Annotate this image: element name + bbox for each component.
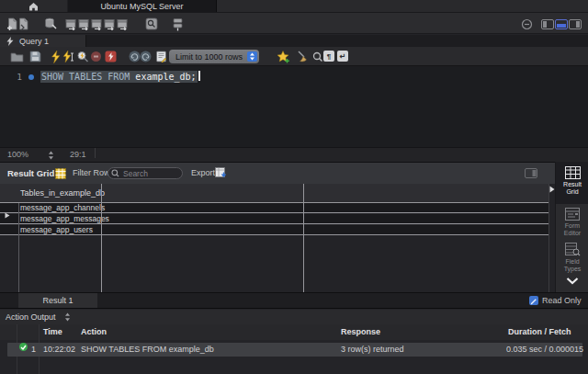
read-only-label: Read Only <box>542 296 582 305</box>
toggle-autocommit-button[interactable] <box>153 50 168 63</box>
left-panel-icon <box>543 21 547 28</box>
export-label: Export: <box>191 163 218 184</box>
caret-position: 29:1 <box>70 148 86 162</box>
sidebar-item-field-types[interactable]: Field Types <box>556 243 588 273</box>
result-tab-label: Result 1 <box>42 296 73 305</box>
open-sql-script-button[interactable] <box>15 16 31 32</box>
row-action: SHOW TABLES FROM example_db <box>81 343 214 357</box>
create-trigger-button[interactable] <box>114 16 130 32</box>
row-response: 3 row(s) returned <box>341 343 404 357</box>
sidebar-item-form-editor[interactable]: Form Editor <box>556 208 588 237</box>
form-editor-icon <box>565 208 580 221</box>
find-magnifier-icon <box>312 51 323 62</box>
result-panel-sidebar: Result Grid Form Editor Field Types <box>555 162 588 292</box>
save-icon <box>29 51 41 62</box>
beautify-query-button[interactable] <box>297 50 311 63</box>
connection-tab-label: Ubuntu MySQL Server <box>100 2 183 11</box>
editor-tab-bar: Query 1 <box>0 35 588 47</box>
limit-rows-dropdown[interactable]: Limit to 1000 rows <box>169 50 259 63</box>
wrap-text-icon: ↵ <box>340 52 346 61</box>
sidebar-label: Result Grid <box>557 181 588 196</box>
editor-zoom-level[interactable]: 100% <box>7 148 28 162</box>
search-input[interactable] <box>121 168 175 179</box>
output-selector-stepper-icon[interactable] <box>64 312 71 322</box>
toggle-right-panel-button[interactable] <box>569 19 582 29</box>
table-row[interactable]: message_app_messages <box>0 214 548 224</box>
connection-status-icon <box>521 18 533 30</box>
result-tab-bar: Result 1 Read Only <box>0 292 588 308</box>
column-divider[interactable] <box>303 184 304 292</box>
open-folder-icon <box>10 51 24 62</box>
tab-query-1[interactable]: Query 1 <box>0 35 86 47</box>
toggle-stop-on-error-button[interactable] <box>103 50 118 63</box>
execute-query-button[interactable] <box>48 50 62 63</box>
dropdown-stepper-icon <box>247 51 257 62</box>
search-icon <box>111 169 119 177</box>
action-output-column-headers: Time Action Response Duration / Fetch Ti… <box>0 324 588 340</box>
tab-result-1[interactable]: Result 1 <box>18 293 97 308</box>
toggle-invisible-chars-button[interactable]: ¶ <box>323 51 334 62</box>
read-only-indicator: Read Only <box>529 296 582 305</box>
grid-icon <box>55 168 66 179</box>
read-only-badge-icon <box>529 296 538 305</box>
sql-statement-line[interactable]: SHOW TABLES FROM example_db; <box>40 71 200 84</box>
rollback-button[interactable] <box>138 50 153 63</box>
chevron-down-icon <box>566 278 579 285</box>
create-trigger-icon <box>117 18 129 30</box>
toggle-word-wrap-button[interactable]: ↵ <box>337 51 348 62</box>
sql-editor[interactable]: 1 SHOW TABLES FROM example_db; <box>0 66 588 147</box>
result-grid-toolbar: Result Grid Filter Rows: Export: <box>0 162 555 184</box>
line-number: 1 <box>9 72 22 82</box>
panel-icon <box>525 168 537 178</box>
action-output-row[interactable]: 1 10:22:02 SHOW TABLES FROM example_db 3… <box>7 343 582 357</box>
rollback-icon <box>140 51 152 62</box>
create-schema-button[interactable] <box>42 16 59 32</box>
save-script-button[interactable] <box>28 50 42 63</box>
status-divider <box>95 148 96 158</box>
create-schema-icon <box>44 17 57 30</box>
server-status-button[interactable] <box>169 16 186 32</box>
row-index: 1 <box>31 343 36 357</box>
table-row[interactable]: message_app_channels <box>0 203 548 213</box>
statement-marker-icon <box>28 74 34 80</box>
column-response: Response <box>341 324 380 340</box>
bottom-panel-icon <box>557 24 566 28</box>
grid-edge <box>548 184 549 292</box>
connection-tab[interactable]: Ubuntu MySQL Server <box>68 0 217 12</box>
home-tab[interactable] <box>0 0 68 12</box>
action-output-header: Action Output <box>0 310 588 324</box>
column-divider[interactable] <box>101 184 102 292</box>
sql-identifier: example_db; <box>135 72 196 82</box>
stop-icon <box>90 51 102 62</box>
execute-current-icon <box>62 51 75 63</box>
execute-lightning-icon <box>51 51 61 63</box>
sql-editor-toolbar: Limit to 1000 rows ¶ ↵ <box>0 47 588 66</box>
stop-query-button[interactable] <box>88 50 103 63</box>
star-plus-icon <box>277 51 290 63</box>
export-button[interactable] <box>215 167 227 179</box>
execute-current-statement-button[interactable] <box>62 50 76 63</box>
toggle-result-panel-button[interactable] <box>525 168 537 178</box>
sidebar-collapse-button[interactable] <box>556 278 588 285</box>
pilcrow-icon: ¶ <box>327 52 331 61</box>
limit-rows-value: Limit to 1000 rows <box>175 52 243 62</box>
result-grid: Tables_in_example_db message_app_channel… <box>0 184 555 292</box>
panel-collapse-arrow-icon[interactable] <box>549 186 555 193</box>
window-tab-bar: Ubuntu MySQL Server <box>0 0 588 13</box>
gutter-divider <box>18 203 19 292</box>
server-status-icon <box>172 17 184 31</box>
sidebar-item-result-grid[interactable]: Result Grid <box>556 166 588 196</box>
editor-status-bar: 100% 29:1 <box>0 147 588 162</box>
toggle-bottom-panel-button[interactable] <box>555 19 568 29</box>
table-row[interactable]: message_app_users <box>0 225 548 235</box>
zoom-stepper-icon[interactable] <box>48 151 54 160</box>
filter-search-field[interactable] <box>107 167 183 179</box>
search-table-data-button[interactable] <box>143 16 160 32</box>
open-script-button[interactable] <box>9 50 24 63</box>
toggle-left-panel-button[interactable] <box>541 19 554 29</box>
column-header-tables[interactable]: Tables_in_example_db <box>0 184 548 203</box>
mysql-workbench-window: Ubuntu MySQL Server <box>0 0 588 374</box>
current-row-marker-icon <box>5 206 10 222</box>
save-snippet-button[interactable] <box>276 50 290 63</box>
connection-status-button[interactable] <box>518 16 535 32</box>
